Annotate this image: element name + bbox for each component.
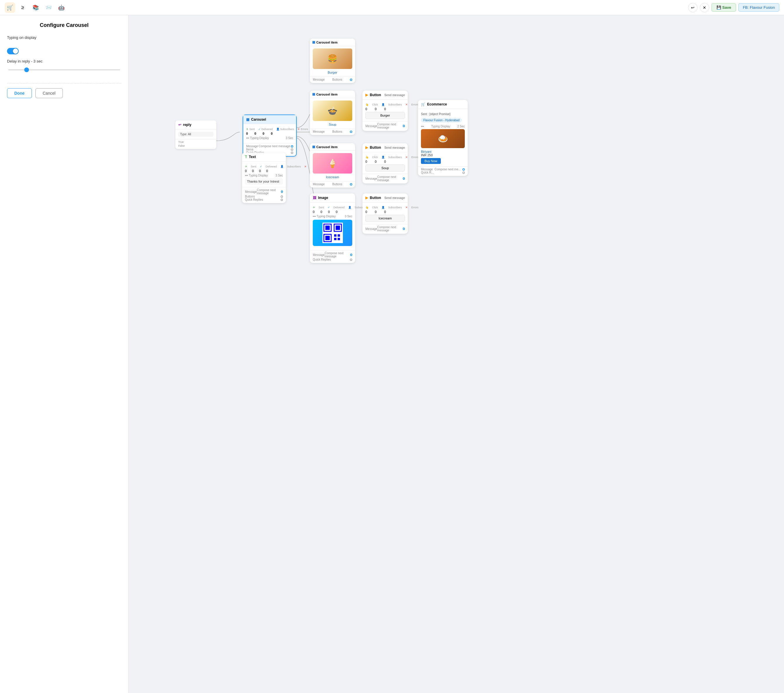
btn-burger-header: ▶ Button Send message [362,90,408,100]
text-header: T Text [242,153,286,162]
broadcast-icon-btn[interactable]: 📨 [43,2,54,13]
btn-soup-action[interactable]: Soup [366,164,405,171]
condition-icon-btn[interactable]: ≥ [18,2,28,13]
soup-label: Soup [313,123,352,126]
btn-burger-action[interactable]: Burger [366,112,405,119]
text-footer-btns-label: Buttons [245,195,255,198]
typing-toggle[interactable] [7,48,19,54]
btn-burger-err-num: 0 [384,107,386,111]
delivered-icon: ✓ [259,128,261,131]
btn-burger-footer-row: Message Compose next message [366,123,405,129]
panel-title: Configure Carousel [7,22,121,28]
carousel-body: ✈ Sent ✓ Delivered 👤 Subscribers ✕ [243,124,296,143]
delay-slider[interactable] [8,69,120,71]
ecomm-port[interactable] [463,168,465,171]
typing-delay: 3 Sec [286,136,293,140]
btn-soup-body: 👆 Click 👤 Subscribers ✕ Errors 0 0 0 Sou… [362,152,408,174]
subscribers-icon: 👤 [276,128,280,131]
delay-row: Delay in reply - 3 sec [7,59,121,72]
fb-button[interactable]: FB: Flavour Fusion [738,3,779,11]
text-compose-port[interactable] [281,190,283,193]
btn-soup-msg-label: Message [366,177,377,180]
btn-burger-port[interactable] [403,125,405,127]
text-qr-port[interactable] [281,199,283,201]
footer-items-row: Items [246,148,293,151]
btn-icecream-stats-labels: 👆 Click 👤 Subscribers ✕ Errors [366,206,405,209]
text-body: ✈ Sent ✓ Delivered 👤 Subscribers ✕ Error… [242,162,286,187]
text-content: Thanks for your Intrest [245,178,283,185]
errors-icon: ✕ [298,128,300,131]
btn-icecream-send: Send message [384,196,405,200]
ecomm-body: Sent : [object Promise] Flavour Fusion -… [418,109,468,166]
ecomm-qr-port[interactable] [463,171,465,174]
text-buttons-port[interactable] [281,195,283,198]
done-button[interactable]: Done [7,88,32,98]
btn-icecream-port[interactable] [403,228,405,230]
ci-soup-body: 🍲 Soup [310,98,355,128]
btn-err-icon: ✕ [405,103,408,106]
btn-burger-icon: ▶ [366,93,368,97]
left-panel: Configure Carousel Typing on display Del… [0,15,128,693]
btn-icecream-err-num: 0 [384,210,386,213]
btn-sub-icon: 👤 [382,103,385,106]
ci-icecream-node[interactable]: ▦ Carousel item 🍦 Icecream Message Butto… [310,143,355,187]
footer-compose-label: Compose next message [259,145,290,148]
svg-rect-8 [338,234,340,236]
buy-now-button[interactable]: Buy Now [421,158,441,164]
ci-burger-msg: Message [313,78,325,81]
ci-icecream-title: Carousel item [316,145,338,149]
img-sub-icon: 👤 [348,206,351,209]
divider [7,83,121,84]
stack-icon-btn[interactable]: 📚 [30,2,41,13]
ci-soup-node[interactable]: ▦ Carousel item 🍲 Soup Message Buttons [310,90,355,135]
burger-label: Burger [313,71,352,74]
btn-soup-port[interactable] [403,177,405,180]
save-button[interactable]: 💾 Save [712,3,736,11]
cart-icon-btn[interactable]: 🛒 [5,2,15,13]
text-node[interactable]: T Text ✈ Sent ✓ Delivered 👤 Subscribers … [242,153,286,203]
redo-button[interactable]: ✕ [700,3,709,12]
ci-icecream-msg: Message [313,182,325,186]
btn-soup-node[interactable]: ▶ Button Send message 👆 Click 👤 Subscrib… [362,143,408,184]
btn-burger-title: Button [370,93,381,97]
items-port[interactable] [291,148,293,151]
btn-icecream-click-icon: 👆 [366,206,369,209]
undo-button[interactable]: ↩ [688,3,697,12]
ecomm-promise: Sent : [object Promise] [421,112,465,116]
carousel-node[interactable]: ▦ Carousel ✈ Sent ✓ Delivered [243,115,297,157]
qr-port[interactable] [291,152,293,154]
text-footer-msg: Message [245,190,257,194]
text-footer-btns: Buttons [245,195,283,198]
ci-icecream-port[interactable] [350,183,352,186]
slider-container [7,66,121,72]
ci-burger-title: Carousel item [316,41,338,44]
ci-soup-msg: Message [313,130,325,133]
reply-false: False [178,145,213,147]
ci-burger-footer: Message Buttons [310,77,355,83]
ecomm-node[interactable]: 🛒 Ecommerce Sent : [object Promise] Flav… [418,100,468,176]
image-node[interactable]: 🖼 Image ✈ Sent ✓ Delivered 👤 Subscribers… [310,194,355,263]
btn-icecream-node[interactable]: ▶ Button Send message 👆 Click 👤 Subscrib… [362,194,408,234]
footer-message-label: Message [246,145,258,148]
btn-burger-node[interactable]: ▶ Button Send message 👆 Click 👤 Subscrib… [362,90,408,131]
svg-rect-4 [336,225,340,230]
text-typing-dots: ••• Typing Display [245,174,268,177]
text-icon: T [245,155,247,159]
ci-burger-node[interactable]: ▦ Carousel item 🍔 Burger Message Buttons [310,39,355,83]
ci-soup-footer: Message Buttons [310,128,355,135]
image-qr-port[interactable] [350,259,352,261]
bot-icon-btn[interactable]: 🤖 [56,2,67,13]
ecomm-footer: Message Compose next me... Quick R... [418,166,468,176]
image-compose-port[interactable] [350,254,352,256]
carousel-icon: ▦ [246,117,249,122]
compose-port[interactable] [291,145,293,148]
btn-burger-footer: Message Compose next message [362,121,408,131]
ci-burger-msg-row: Message Buttons [313,78,352,81]
canvas-area[interactable]: ↩ reply Type: All True False ▦ Carousel [128,15,784,693]
cancel-button[interactable]: Cancel [35,88,63,98]
btn-icecream-action[interactable]: Icecream [366,215,405,222]
ci-burger-port[interactable] [350,79,352,81]
btn-soup-stats-nums: 0 0 0 [366,160,405,163]
ci-soup-port[interactable] [350,131,352,133]
btn-icecream-sub-num: 0 [375,210,377,213]
